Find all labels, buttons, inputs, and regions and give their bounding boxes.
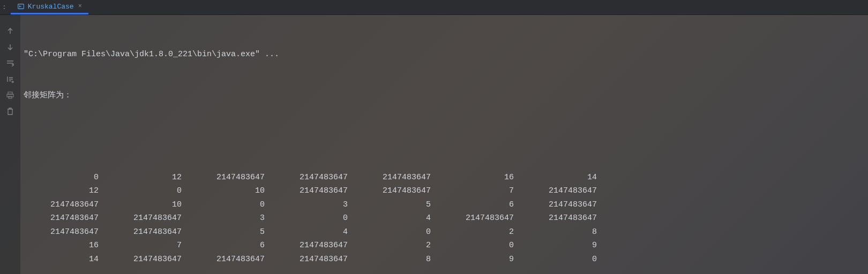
matrix-cell: 12 [24, 184, 104, 198]
matrix-cell: 2147483647 [519, 198, 602, 212]
matrix-cell: 0 [270, 211, 353, 225]
matrix-row: 21474836471003562147483647 [24, 198, 865, 212]
matrix-cell: 5 [353, 198, 436, 212]
run-config-icon [17, 3, 25, 10]
matrix-row: 0122147483647214748364721474836471614 [24, 171, 865, 185]
main-area: "C:\Program Files\Java\jdk1.8.0_221\bin\… [0, 15, 868, 274]
console-output[interactable]: "C:\Program Files\Java\jdk1.8.0_221\bin\… [20, 15, 868, 274]
matrix-cell: 2147483647 [270, 171, 353, 185]
trash-icon[interactable] [5, 106, 16, 117]
matrix-cell: 3 [187, 211, 270, 225]
arrow-down-icon[interactable] [5, 42, 16, 52]
svg-rect-1 [8, 92, 12, 94]
matrix-cell: 6 [187, 239, 270, 253]
matrix-cell: 5 [187, 225, 270, 239]
matrix-cell: 10 [104, 198, 187, 212]
matrix-cell: 12 [104, 171, 187, 185]
matrix-cell: 2147483647 [519, 211, 602, 225]
matrix-cell: 9 [436, 253, 519, 267]
matrix-cell: 2147483647 [104, 211, 187, 225]
matrix-cell: 4 [353, 211, 436, 225]
print-icon[interactable] [5, 90, 16, 101]
matrix-cell: 14 [24, 253, 104, 267]
matrix-cell: 0 [24, 171, 104, 185]
matrix-cell: 6 [436, 198, 519, 212]
matrix-row: 2147483647214748364754028 [24, 225, 865, 239]
matrix-cell: 0 [353, 225, 436, 239]
matrix-cell: 0 [104, 184, 187, 198]
matrix-cell: 2147483647 [24, 225, 104, 239]
matrix-cell: 3 [270, 198, 353, 212]
matrix-cell: 2147483647 [187, 253, 270, 267]
matrix-row: 16762147483647209 [24, 239, 865, 253]
matrix-cell: 4 [270, 225, 353, 239]
adjacency-matrix: 0122147483647214748364721474836471614120… [24, 171, 865, 267]
matrix-cell: 0 [187, 198, 270, 212]
matrix-cell: 7 [436, 184, 519, 198]
matrix-cell: 0 [436, 239, 519, 253]
matrix-cell: 2 [436, 225, 519, 239]
matrix-cell: 2 [353, 239, 436, 253]
matrix-title: 邻接矩阵为： [24, 89, 865, 103]
matrix-cell: 9 [519, 239, 602, 253]
matrix-cell: 2147483647 [104, 253, 187, 267]
matrix-cell: 2147483647 [24, 211, 104, 225]
matrix-cell: 0 [519, 253, 602, 267]
matrix-cell: 2147483647 [270, 184, 353, 198]
matrix-row: 14214748364721474836472147483647890 [24, 253, 865, 267]
matrix-cell: 16 [24, 239, 104, 253]
matrix-cell: 16 [436, 171, 519, 185]
matrix-cell: 2147483647 [436, 211, 519, 225]
matrix-row: 2147483647214748364730421474836472147483… [24, 211, 865, 225]
cmd-line: "C:\Program Files\Java\jdk1.8.0_221\bin\… [24, 48, 865, 62]
matrix-cell: 2147483647 [353, 171, 436, 185]
close-icon[interactable]: × [78, 3, 82, 10]
scroll-to-end-icon[interactable] [5, 74, 16, 85]
matrix-cell: 2147483647 [24, 198, 104, 212]
blank-line [24, 130, 865, 143]
console-gutter [0, 15, 20, 274]
matrix-cell: 2147483647 [270, 239, 353, 253]
matrix-cell: 7 [104, 239, 187, 253]
matrix-cell: 10 [187, 184, 270, 198]
arrow-up-icon[interactable] [5, 26, 16, 36]
matrix-cell: 8 [353, 253, 436, 267]
matrix-cell: 8 [519, 225, 602, 239]
tab-prefix: : [2, 3, 6, 11]
soft-wrap-icon[interactable] [5, 58, 16, 68]
matrix-row: 120102147483647214748364772147483647 [24, 184, 865, 198]
matrix-cell: 2147483647 [104, 225, 187, 239]
tab-label: KruskalCase [28, 3, 74, 11]
matrix-cell: 2147483647 [187, 171, 270, 185]
matrix-cell: 2147483647 [270, 253, 353, 267]
run-tab-bar: : KruskalCase × [0, 0, 868, 15]
matrix-cell: 2147483647 [353, 184, 436, 198]
matrix-cell: 2147483647 [519, 184, 602, 198]
run-tab-kruskalcase[interactable]: KruskalCase × [11, 0, 88, 14]
matrix-cell: 14 [519, 171, 602, 185]
